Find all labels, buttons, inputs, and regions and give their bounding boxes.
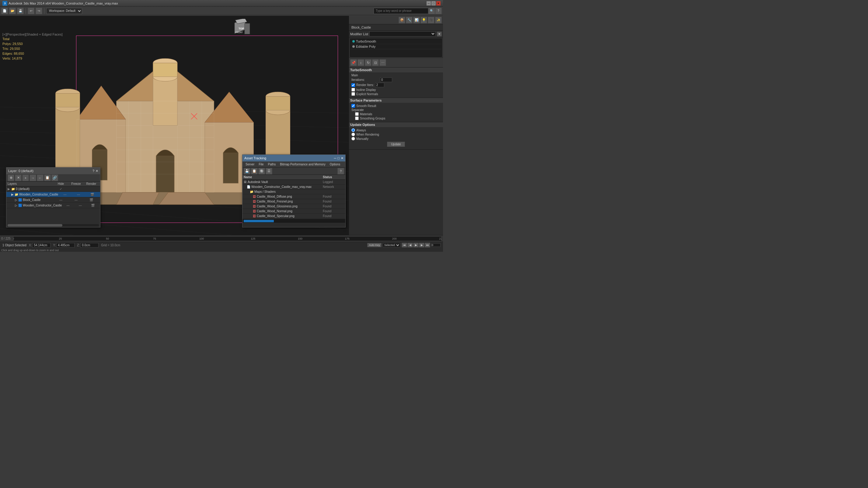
layer-tool-3[interactable]: + bbox=[22, 174, 29, 181]
asset-row-maxfile[interactable]: 📄 Wooden_Constructor_Castle_max_vray.max… bbox=[243, 185, 345, 189]
asset-row-diffuse[interactable]: 🖼 Castle_Wood_Diffuse.png Found bbox=[243, 194, 345, 199]
close-button[interactable]: ✕ bbox=[436, 1, 440, 5]
modifier-turbosmoothitem[interactable]: TurboSmooth bbox=[350, 39, 441, 44]
next-key-btn[interactable]: ⏭ bbox=[425, 242, 430, 248]
layer-close-btn[interactable]: ✕ bbox=[96, 169, 98, 173]
nav-cube[interactable]: TOP FRONT bbox=[233, 19, 251, 37]
ptool-scale[interactable]: ⊡ bbox=[372, 59, 379, 66]
render-iters-input[interactable] bbox=[375, 83, 384, 87]
frame-num-input[interactable] bbox=[431, 243, 440, 247]
asset-panel-header[interactable]: Asset Tracking ─ □ ✕ bbox=[243, 155, 345, 161]
asset-row-maps[interactable]: 📁 Maps / Shaders bbox=[243, 189, 345, 194]
panel-icon-5[interactable]: 🎥 bbox=[428, 17, 434, 24]
layer-row-blockcastle[interactable]: ▷ 🟦 Block_Castle — — 🎬 bbox=[6, 197, 100, 203]
layer-panel-header[interactable]: Layer: 0 (default) ? ✕ bbox=[6, 167, 100, 174]
timeline-track[interactable]: 0 25 50 75 100 125 150 175 200 225 bbox=[13, 236, 442, 241]
smoothing-groups-label: Smoothing Groups bbox=[360, 117, 385, 120]
smoothing-groups-checkbox[interactable] bbox=[355, 117, 359, 120]
t-75: 75 bbox=[153, 237, 156, 240]
window-controls[interactable]: ─ □ ✕ bbox=[427, 1, 440, 5]
asset-menu-file[interactable]: File bbox=[257, 162, 265, 166]
layer-scrollthumb[interactable] bbox=[8, 224, 62, 227]
layer-tool-7[interactable]: 🔗 bbox=[52, 174, 58, 181]
update-button[interactable]: Update bbox=[387, 142, 405, 147]
prev-frame-btn[interactable]: ◀ bbox=[407, 242, 413, 248]
iterations-input[interactable] bbox=[380, 77, 392, 82]
render-iters-checkbox[interactable] bbox=[351, 83, 355, 87]
help-button[interactable]: ? bbox=[435, 8, 442, 14]
next-frame-btn[interactable]: ▶ bbox=[419, 242, 425, 248]
y-input[interactable] bbox=[56, 243, 74, 248]
maximize-button[interactable]: □ bbox=[431, 1, 436, 5]
asset-menu-server[interactable]: Server bbox=[244, 162, 256, 166]
toolbar-save[interactable]: 💾 bbox=[17, 8, 24, 14]
layer-row-default[interactable]: ▶ 📁 0 (default) ✓ bbox=[6, 186, 100, 192]
asset-tool-4[interactable]: ☰ bbox=[266, 168, 272, 174]
panel-icon-6[interactable]: ✨ bbox=[435, 17, 442, 24]
asset-tool-1[interactable]: 💾 bbox=[244, 168, 250, 174]
asset-panel-title: Asset Tracking bbox=[244, 156, 266, 160]
toolbar-redo[interactable]: ↪ bbox=[36, 8, 42, 14]
search-button[interactable]: 🔍 bbox=[428, 8, 435, 14]
selected-select[interactable]: Selected bbox=[383, 243, 400, 247]
layer-scrollbar[interactable] bbox=[8, 224, 99, 227]
asset-tool-2[interactable]: 📋 bbox=[251, 168, 258, 174]
asset-minimize-btn[interactable]: ─ bbox=[334, 156, 337, 160]
asset-help-btn[interactable]: ? bbox=[337, 168, 344, 174]
asset-tool-3[interactable]: 🔘 bbox=[258, 168, 265, 174]
minimize-button[interactable]: ─ bbox=[427, 1, 431, 5]
ptool-more[interactable]: ⋯ bbox=[379, 59, 386, 66]
panel-icon-2[interactable]: 🔧 bbox=[406, 17, 412, 24]
isoline-checkbox[interactable] bbox=[351, 88, 355, 92]
ptool-pin[interactable]: 📌 bbox=[350, 59, 357, 66]
layer-tool-4[interactable]: → bbox=[30, 174, 36, 181]
prev-key-btn[interactable]: ⏮ bbox=[402, 242, 407, 248]
layer-expand-default[interactable]: ▶ bbox=[8, 187, 11, 191]
asset-close-btn[interactable]: ✕ bbox=[341, 156, 343, 160]
asset-menu-bitmap[interactable]: Bitmap Performance and Memory bbox=[278, 162, 328, 166]
workspace-select[interactable]: Workspace: Default bbox=[46, 8, 82, 14]
asset-row-specular[interactable]: 🖼 Castle_Wood_Specular.png Found bbox=[243, 214, 345, 219]
ptool-move[interactable]: ↕ bbox=[358, 59, 364, 66]
asset-rows: 🏛 Autodesk Vault Logged 📄 Wooden_Constru… bbox=[243, 180, 345, 219]
asset-row-normal[interactable]: 🖼 Castle_Wood_Normal.png Found bbox=[243, 209, 345, 214]
ptool-rotate[interactable]: ↻ bbox=[365, 59, 371, 66]
toolbar-undo[interactable]: ↩ bbox=[28, 8, 34, 14]
explicit-normals-checkbox[interactable] bbox=[351, 92, 355, 96]
materials-checkbox[interactable] bbox=[355, 112, 359, 116]
toolbar-new[interactable]: 📄 bbox=[1, 8, 8, 14]
auto-key-btn[interactable]: Auto Key bbox=[367, 243, 381, 247]
when-rendering-radio[interactable] bbox=[351, 133, 355, 136]
panel-icon-3[interactable]: 📊 bbox=[413, 17, 420, 24]
x-input[interactable] bbox=[32, 243, 51, 248]
play-btn[interactable]: ▶ bbox=[413, 242, 418, 248]
modifier-list-expand[interactable]: ▼ bbox=[437, 32, 442, 36]
asset-status-fresnel: Found bbox=[323, 200, 344, 203]
asset-columns: Name Status bbox=[243, 175, 345, 180]
panel-icon-1[interactable]: 📦 bbox=[399, 17, 405, 24]
layer-tool-5[interactable]: ← bbox=[37, 174, 43, 181]
asset-panel-toolbar: 💾 📋 🔘 ☰ ? bbox=[243, 167, 345, 175]
manually-radio[interactable] bbox=[351, 137, 355, 140]
layer-tool-6[interactable]: 📋 bbox=[44, 174, 51, 181]
panel-icon-4[interactable]: 💡 bbox=[421, 17, 427, 24]
z-input[interactable] bbox=[80, 243, 99, 248]
layer-help-btn[interactable]: ? bbox=[92, 169, 94, 173]
toolbar-open[interactable]: 📂 bbox=[9, 8, 16, 14]
asset-row-vault[interactable]: 🏛 Autodesk Vault Logged bbox=[243, 180, 345, 185]
layer-row-wcc2[interactable]: ▷ 🟦 Wooden_Constructor_Castle — — 🎬 bbox=[6, 203, 100, 208]
layer-tool-2[interactable]: ✕ bbox=[15, 174, 22, 181]
layer-row-wccastle[interactable]: ▶ 📁 Wooden_Constructor_Castle — — 🎬 bbox=[6, 192, 100, 197]
asset-menu-paths[interactable]: Paths bbox=[266, 162, 278, 166]
layer-tool-1[interactable]: ⊕ bbox=[8, 174, 14, 181]
always-radio[interactable] bbox=[351, 128, 355, 132]
search-input[interactable] bbox=[374, 8, 428, 14]
asset-restore-btn[interactable]: □ bbox=[337, 156, 340, 160]
asset-row-fresnel[interactable]: 🖼 Castle_Wood_Fresnel.png Found bbox=[243, 199, 345, 204]
modifier-list-select[interactable] bbox=[369, 31, 436, 36]
smooth-result-checkbox[interactable] bbox=[351, 104, 355, 108]
t-50: 50 bbox=[106, 237, 109, 240]
modifier-editablepolyitem[interactable]: Editable Poly bbox=[350, 44, 441, 49]
asset-menu-options[interactable]: Options bbox=[328, 162, 342, 166]
asset-row-glossiness[interactable]: 🖼 Castle_Wood_Glossiness.png Found bbox=[243, 204, 345, 209]
